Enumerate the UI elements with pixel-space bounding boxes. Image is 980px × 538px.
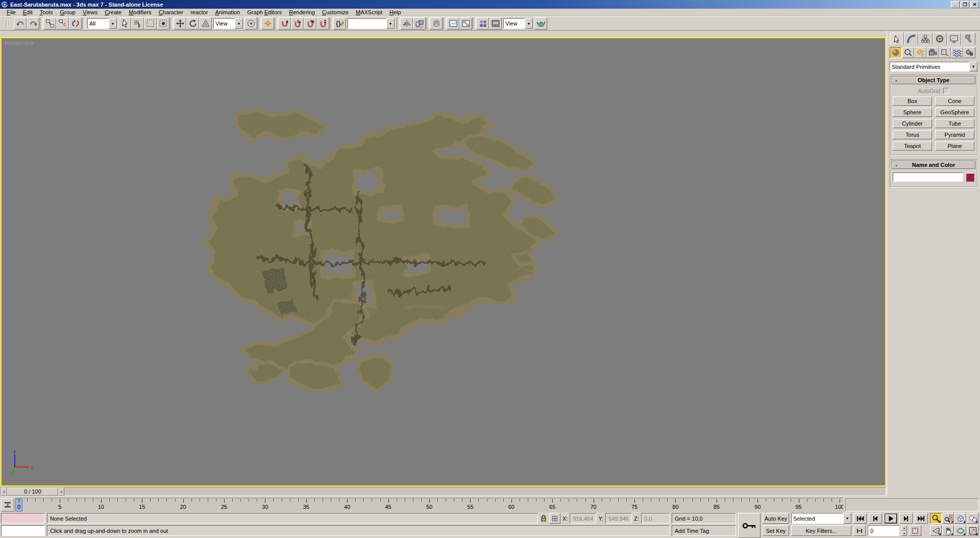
open-mini-curve-editor-button[interactable]: [1, 498, 14, 511]
zoom-extents-button[interactable]: [954, 513, 966, 524]
go-to-start-button[interactable]: [853, 513, 867, 524]
render-type-dropdown-value[interactable]: View: [503, 18, 525, 29]
absolute-mode-transform-button[interactable]: [549, 513, 560, 524]
spinner-up-icon[interactable]: ▲: [901, 525, 907, 531]
category-lights-button[interactable]: [914, 47, 926, 58]
object-color-swatch[interactable]: [966, 173, 974, 182]
box-button[interactable]: Box: [893, 96, 932, 106]
zoom-all-button[interactable]: [942, 513, 954, 524]
menu-edit[interactable]: Edit: [19, 9, 36, 16]
arc-rotate-button[interactable]: [954, 525, 966, 536]
y-coord-field[interactable]: 549,946: [605, 513, 632, 524]
percent-snap-toggle-button[interactable]: %: [304, 17, 316, 30]
previous-frame-button[interactable]: [869, 513, 882, 524]
tab-display[interactable]: [947, 33, 961, 45]
key-mode-dropdown-value[interactable]: Selected: [791, 513, 843, 524]
reference-coordinate-dropdown[interactable]: View▼: [213, 18, 243, 29]
chevron-down-icon[interactable]: ▼: [386, 18, 395, 29]
min-max-toggle-button[interactable]: [967, 525, 978, 536]
tab-create[interactable]: [890, 33, 904, 45]
autogrid-checkbox[interactable]: [943, 88, 949, 94]
chevron-down-icon[interactable]: ▼: [109, 18, 117, 29]
menu-file[interactable]: File: [3, 9, 19, 16]
render-scene-button[interactable]: [489, 17, 502, 30]
material-editor-button[interactable]: [476, 17, 489, 30]
maxscript-mini-listener-macro[interactable]: [1, 513, 45, 524]
snap-toggle-3d-button[interactable]: 3: [278, 17, 291, 30]
spinner-down-icon[interactable]: ▼: [901, 531, 907, 536]
key-mode-dropdown[interactable]: Selected ▼: [791, 513, 851, 524]
collapse-icon[interactable]: -: [892, 162, 900, 168]
minimize-button[interactable]: _: [951, 1, 960, 8]
primitives-dropdown-value[interactable]: Standard Primitives: [890, 62, 969, 71]
undo-button[interactable]: [14, 17, 27, 30]
unlink-selection-button[interactable]: [56, 17, 69, 30]
go-to-end-button[interactable]: [915, 513, 928, 524]
use-pivot-point-center-button[interactable]: [244, 17, 257, 30]
reference-coordinate-dropdown-value[interactable]: View: [213, 18, 235, 29]
menu-maxscript[interactable]: MAXScript: [352, 9, 386, 16]
torus-button[interactable]: Torus: [893, 130, 932, 139]
object-name-field[interactable]: [893, 173, 963, 182]
menu-rendering[interactable]: Rendering: [285, 9, 318, 16]
z-coord-field[interactable]: 0,0: [641, 513, 670, 524]
quick-render-button[interactable]: [534, 17, 547, 30]
chevron-down-icon[interactable]: ▼: [235, 18, 243, 29]
redo-button[interactable]: [27, 17, 39, 30]
pan-button[interactable]: [942, 525, 954, 536]
selection-filter-dropdown[interactable]: All▼: [87, 18, 117, 29]
add-time-tag[interactable]: Add Time Tag: [672, 525, 736, 536]
menu-reactor[interactable]: reactor: [187, 9, 211, 16]
spinner-snap-toggle-button[interactable]: [316, 17, 329, 30]
select-by-name-button[interactable]: [131, 17, 144, 30]
menu-tools[interactable]: Tools: [36, 9, 57, 16]
chevron-down-icon[interactable]: ▼: [969, 62, 977, 71]
time-slider-thumb[interactable]: 0 / 100: [7, 487, 58, 496]
select-and-manipulate-button[interactable]: [261, 17, 274, 30]
time-configuration-button[interactable]: [909, 525, 921, 536]
selection-filter-dropdown-value[interactable]: All: [87, 18, 109, 29]
set-key-button[interactable]: Set Key: [763, 525, 789, 536]
menu-graph-editors[interactable]: Graph Editors: [243, 9, 285, 16]
select-and-link-button[interactable]: [43, 17, 56, 30]
time-slider-prev-arrow[interactable]: <: [1, 487, 7, 496]
current-frame-field[interactable]: 0: [868, 525, 899, 536]
category-shapes-button[interactable]: [902, 47, 914, 58]
schematic-view-button[interactable]: [459, 17, 472, 30]
cylinder-button[interactable]: Cylinder: [893, 119, 932, 128]
edit-named-selection-sets-button[interactable]: {}: [333, 17, 346, 30]
field-of-view-button[interactable]: [930, 525, 942, 536]
menu-help[interactable]: Help: [386, 9, 405, 16]
frame-spinner[interactable]: ▲ ▼: [901, 525, 907, 536]
next-frame-button[interactable]: [899, 513, 913, 524]
cone-button[interactable]: Cone: [935, 96, 974, 106]
name-and-color-rollout-header[interactable]: - Name and Color: [892, 161, 975, 169]
category-cameras-button[interactable]: [926, 47, 939, 58]
menu-views[interactable]: Views: [79, 9, 101, 16]
curve-editor-button[interactable]: [447, 17, 459, 30]
sphere-button[interactable]: Sphere: [893, 108, 932, 117]
category-space-warps-button[interactable]: [951, 47, 963, 58]
time-slider-track[interactable]: < 0 / 100 >: [1, 487, 886, 496]
category-systems-button[interactable]: [963, 47, 975, 58]
mirror-button[interactable]: [400, 17, 413, 30]
tab-utilities[interactable]: [961, 33, 975, 45]
menu-create[interactable]: Create: [101, 9, 125, 16]
close-button[interactable]: ✕: [970, 1, 979, 8]
select-object-button[interactable]: [118, 17, 131, 30]
chevron-down-icon[interactable]: ▼: [843, 513, 851, 524]
terrain-object[interactable]: [2, 38, 886, 485]
named-selection-sets-dropdown[interactable]: ▼: [348, 18, 395, 29]
rectangular-selection-region-button[interactable]: [144, 17, 157, 30]
menu-customize[interactable]: Customize: [318, 9, 352, 16]
bind-to-space-warp-button[interactable]: [69, 17, 82, 30]
set-keys-button[interactable]: [738, 513, 761, 538]
zoom-extents-all-button[interactable]: [967, 513, 978, 524]
collapse-icon[interactable]: -: [892, 77, 900, 83]
time-slider-next-arrow[interactable]: >: [58, 487, 64, 496]
primitives-dropdown[interactable]: Standard Primitives ▼: [890, 62, 977, 71]
category-helpers-button[interactable]: [939, 47, 951, 58]
object-type-rollout-header[interactable]: - Object Type: [892, 76, 975, 84]
render-type-dropdown[interactable]: View▼: [503, 18, 533, 29]
select-and-rotate-button[interactable]: [186, 17, 199, 30]
